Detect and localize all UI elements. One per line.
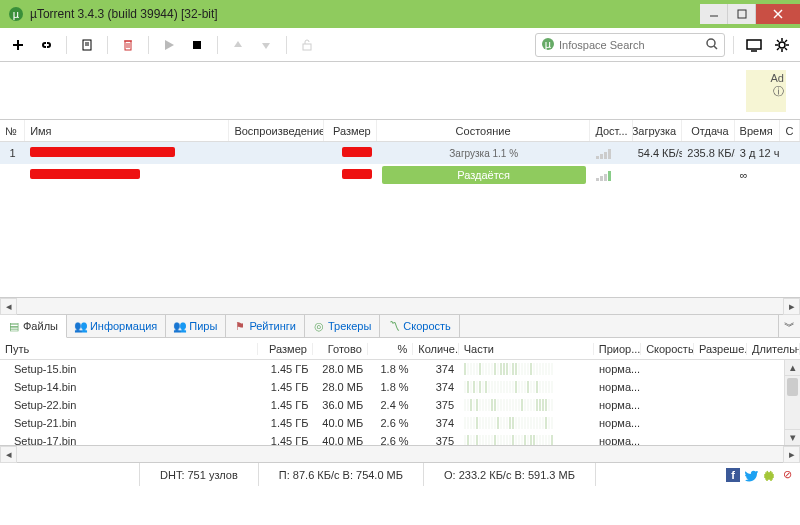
files-header: Путь Размер Готово % Количе... Части При…	[0, 338, 800, 360]
col-count[interactable]: Количе...	[413, 343, 459, 355]
col-name[interactable]: Имя	[25, 120, 229, 141]
horizontal-scrollbar[interactable]: ◂ ▸	[0, 297, 800, 314]
svg-text:f: f	[731, 469, 735, 481]
svg-line-23	[714, 46, 717, 49]
facebook-icon[interactable]: f	[726, 468, 740, 482]
search-box[interactable]: µ	[535, 33, 725, 57]
speed-icon: 〽	[388, 320, 400, 332]
svg-marker-17	[234, 41, 242, 47]
svg-rect-16	[193, 41, 201, 49]
maximize-button[interactable]	[728, 4, 756, 24]
toolbar-separator	[107, 36, 108, 54]
torrent-row[interactable]: Раздаётся ∞	[0, 164, 800, 186]
col-up[interactable]: Отдача	[682, 120, 734, 141]
col-time[interactable]: Время	[735, 120, 781, 141]
remove-button[interactable]	[116, 33, 140, 57]
tab-files[interactable]: ▤Файлы	[0, 315, 67, 338]
svg-line-31	[777, 40, 779, 42]
tab-ratings[interactable]: ⚑Рейтинги	[226, 315, 305, 337]
col-dur[interactable]: Длительн...	[747, 343, 800, 355]
svg-point-26	[779, 42, 785, 48]
create-torrent-button[interactable]	[75, 33, 99, 57]
scroll-up-button[interactable]: ▴	[785, 360, 800, 376]
ratings-icon: ⚑	[234, 320, 246, 332]
minimize-button[interactable]	[700, 4, 728, 24]
svg-rect-11	[125, 41, 131, 50]
svg-rect-3	[738, 10, 746, 18]
stop-button[interactable]	[185, 33, 209, 57]
toolbar-separator	[66, 36, 67, 54]
col-pct[interactable]: %	[368, 343, 414, 355]
file-row[interactable]: Setup-15.bin 1.45 ГБ 28.0 МБ 1.8 % 374 н…	[0, 360, 800, 378]
add-torrent-button[interactable]	[6, 33, 30, 57]
col-status[interactable]: Состояние	[377, 120, 591, 141]
files-icon: ▤	[8, 320, 20, 332]
scroll-thumb[interactable]	[787, 378, 798, 396]
tab-ratings-label: Рейтинги	[249, 320, 296, 332]
scroll-right-button[interactable]: ▸	[783, 446, 800, 463]
files-horizontal-scrollbar[interactable]: ◂ ▸	[0, 445, 800, 462]
col-file-speed[interactable]: Скорость	[641, 343, 694, 355]
torrent-list[interactable]: 1 Загрузка 1.1 % 54.4 КБ/s 235.8 КБ/s 3 …	[0, 142, 800, 297]
detail-tabs: ▤Файлы 👥Информация 👥Пиры ⚑Рейтинги ◎Трек…	[0, 314, 800, 338]
torrent-row[interactable]: 1 Загрузка 1.1 % 54.4 КБ/s 235.8 КБ/s 3 …	[0, 142, 800, 164]
col-path[interactable]: Путь	[0, 343, 258, 355]
add-url-button[interactable]	[34, 33, 58, 57]
col-seeds[interactable]: С	[780, 120, 799, 141]
ad-label: Ad ⓘ	[771, 72, 784, 99]
titlebar: µ µTorrent 3.4.3 (build 39944) [32-bit]	[0, 0, 800, 28]
col-number[interactable]: №	[0, 120, 25, 141]
search-input[interactable]	[559, 39, 701, 51]
tab-speed[interactable]: 〽Скорость	[380, 315, 460, 337]
error-icon[interactable]: ⊘	[780, 468, 794, 482]
move-up-button[interactable]	[226, 33, 250, 57]
tab-info[interactable]: 👥Информация	[67, 315, 166, 337]
svg-line-34	[785, 40, 787, 42]
scroll-down-button[interactable]: ▾	[785, 429, 800, 445]
move-down-button[interactable]	[254, 33, 278, 57]
ad-label-text: Ad	[771, 72, 784, 84]
settings-button[interactable]	[770, 33, 794, 57]
twitter-icon[interactable]	[744, 468, 758, 482]
android-icon[interactable]	[762, 468, 776, 482]
unlock-button[interactable]	[295, 33, 319, 57]
file-row[interactable]: Setup-21.bin 1.45 ГБ 40.0 МБ 2.6 % 374 н…	[0, 414, 800, 432]
col-parts[interactable]: Части	[459, 343, 594, 355]
file-row[interactable]: Setup-14.bin 1.45 ГБ 28.0 МБ 1.8 % 374 н…	[0, 378, 800, 396]
col-avail[interactable]: Дост...	[590, 120, 632, 141]
scroll-left-button[interactable]: ◂	[0, 298, 17, 315]
tab-files-label: Файлы	[23, 320, 58, 332]
close-button[interactable]	[756, 4, 800, 24]
file-row[interactable]: Setup-17.bin 1.45 ГБ 40.0 МБ 2.6 % 375 н…	[0, 432, 800, 445]
toolbar: µ	[0, 28, 800, 62]
info-icon[interactable]: ⓘ	[773, 85, 784, 97]
scroll-left-button[interactable]: ◂	[0, 446, 17, 463]
scroll-right-button[interactable]: ▸	[783, 298, 800, 315]
remote-button[interactable]	[742, 33, 766, 57]
col-play[interactable]: Воспроизведение	[229, 120, 324, 141]
search-icon[interactable]	[705, 37, 719, 53]
status-upload: О: 233.2 КБ/с В: 591.3 МБ	[424, 463, 596, 486]
svg-text:µ: µ	[13, 8, 20, 20]
col-prio[interactable]: Приор...	[594, 343, 641, 355]
col-down[interactable]: Загрузка	[633, 120, 683, 141]
col-file-size[interactable]: Размер	[258, 343, 313, 355]
file-row[interactable]: Setup-22.bin 1.45 ГБ 36.0 МБ 2.4 % 375 н…	[0, 396, 800, 414]
tab-trackers[interactable]: ◎Трекеры	[305, 315, 380, 337]
files-list[interactable]: Setup-15.bin 1.45 ГБ 28.0 МБ 1.8 % 374 н…	[0, 360, 800, 445]
vertical-scrollbar[interactable]: ▴ ▾	[784, 360, 800, 445]
svg-marker-18	[262, 43, 270, 49]
tab-trackers-label: Трекеры	[328, 320, 371, 332]
start-button[interactable]	[157, 33, 181, 57]
col-done[interactable]: Готово	[313, 343, 368, 355]
status-download: П: 87.6 КБ/с В: 754.0 МБ	[259, 463, 424, 486]
toolbar-separator	[148, 36, 149, 54]
col-perm[interactable]: Разреше...	[694, 343, 747, 355]
torrent-list-header: № Имя Воспроизведение Размер Состояние Д…	[0, 120, 800, 142]
peers-icon: 👥	[174, 320, 186, 332]
collapse-details-button[interactable]: ︾	[778, 315, 800, 337]
tab-peers[interactable]: 👥Пиры	[166, 315, 226, 337]
col-size[interactable]: Размер	[324, 120, 376, 141]
app-icon: µ	[8, 6, 24, 22]
status-bar: DHT: 751 узлов П: 87.6 КБ/с В: 754.0 МБ …	[0, 462, 800, 486]
